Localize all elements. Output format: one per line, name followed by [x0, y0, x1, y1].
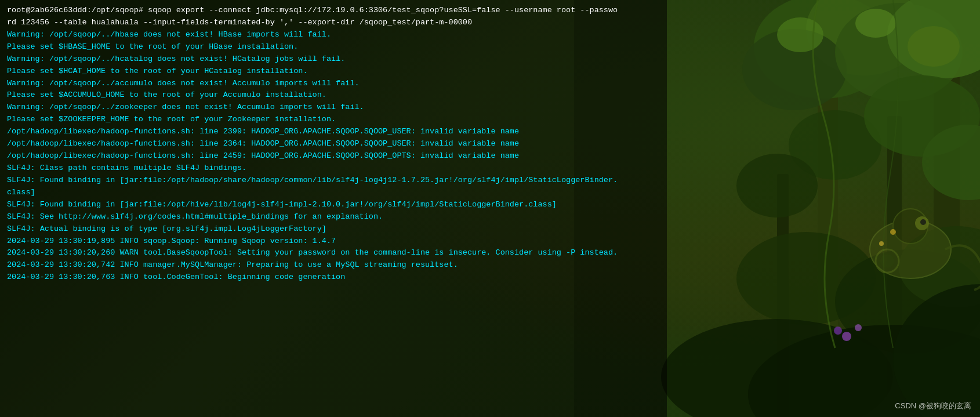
terminal-line: Please set $ZOOKEEPER_HOME to the root o…: [7, 114, 973, 126]
terminal-line: Please set $ACCUMULO_HOME to the root of…: [7, 89, 973, 101]
terminal-line: SLF4J: Class path contains multiple SLF4…: [7, 162, 973, 175]
terminal-line: Warning: /opt/sqoop/../accumulo does not…: [7, 78, 973, 90]
terminal-output: root@2ab626c63ddd:/opt/sqoop# sqoop expo…: [7, 5, 973, 284]
terminal: root@2ab626c63ddd:/opt/sqoop# sqoop expo…: [0, 0, 980, 417]
terminal-line: 2024-03-29 13:30:19,895 INFO sqoop.Sqoop…: [7, 235, 973, 248]
watermark: CSDN @被狗咬的玄离: [895, 401, 971, 411]
terminal-line: Please set $HCAT_HOME to the root of you…: [7, 66, 973, 78]
terminal-line: rd 123456 --table hualahuala --input-fie…: [7, 17, 973, 29]
terminal-line: /opt/hadoop/libexec/hadoop-functions.sh:…: [7, 138, 973, 150]
terminal-line: root@2ab626c63ddd:/opt/sqoop# sqoop expo…: [7, 5, 973, 17]
terminal-line: 2024-03-29 13:30:20,742 INFO manager.MyS…: [7, 259, 973, 271]
terminal-line: SLF4J: See http://www.slf4j.org/codes.ht…: [7, 211, 973, 223]
terminal-line: Please set $HBASE_HOME to the root of yo…: [7, 41, 973, 53]
terminal-line: SLF4J: Found binding in [jar:file:/opt/h…: [7, 199, 973, 211]
terminal-line: /opt/hadoop/libexec/hadoop-functions.sh:…: [7, 126, 973, 138]
terminal-line: Warning: /opt/sqoop/../hbase does not ex…: [7, 29, 973, 41]
terminal-line: Warning: /opt/sqoop/../zookeeper does no…: [7, 101, 973, 114]
terminal-line: SLF4J: Actual binding is of type [org.sl…: [7, 223, 973, 235]
terminal-line: Warning: /opt/sqoop/../hcatalog does not…: [7, 53, 973, 66]
terminal-line: class]: [7, 187, 973, 199]
terminal-line: SLF4J: Found binding in [jar:file:/opt/h…: [7, 175, 973, 187]
watermark-text: CSDN @被狗咬的玄离: [895, 401, 971, 410]
terminal-line: 2024-03-29 13:30:20,260 WARN tool.BaseSq…: [7, 247, 973, 259]
terminal-line: /opt/hadoop/libexec/hadoop-functions.sh:…: [7, 150, 973, 162]
terminal-line: 2024-03-29 13:30:20,763 INFO tool.CodeGe…: [7, 271, 973, 284]
